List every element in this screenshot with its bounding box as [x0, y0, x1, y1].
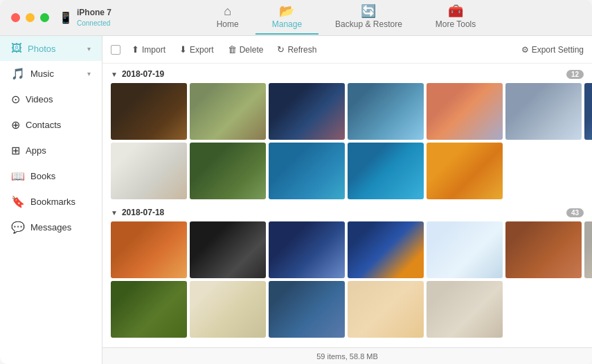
collapse-arrow-2[interactable]: ▼ — [111, 209, 118, 217]
photo-cell[interactable] — [111, 221, 187, 278]
photo-cell[interactable] — [505, 221, 582, 278]
delete-button[interactable]: 🗑 Delete — [222, 42, 269, 57]
main-layout: 🖼 Photos ▾ 🎵 Music ▾ ⊙ Videos ⊕ Contacts… — [0, 36, 592, 364]
photos-arrow: ▾ — [87, 45, 91, 53]
photo-cell[interactable] — [269, 143, 345, 199]
tools-icon: 🧰 — [448, 5, 463, 17]
status-text: 59 items, 58.8 MB — [316, 352, 378, 361]
export-button[interactable]: ⬇ Export — [174, 42, 219, 57]
select-all-checkbox[interactable] — [111, 45, 120, 55]
toolbar: ⬆ Import ⬇ Export 🗑 Delete ↻ Refresh ⚙ E… — [102, 36, 592, 64]
tab-backup-label: Backup & Restore — [335, 19, 402, 29]
photo-row-1-1 — [111, 83, 584, 140]
refresh-icon: ↻ — [277, 44, 285, 55]
device-icon: 📱 — [59, 11, 73, 24]
photos-icon: 🖼 — [11, 42, 22, 55]
date-badge-1: 12 — [566, 70, 584, 79]
sidebar-apps-label: Apps — [26, 145, 46, 156]
tab-tools-label: More Tools — [436, 19, 476, 29]
tab-home-label: Home — [217, 19, 239, 29]
photo-cell[interactable] — [111, 83, 187, 140]
photo-cell[interactable] — [348, 143, 424, 199]
import-label: Import — [142, 45, 165, 55]
tab-manage-label: Manage — [272, 19, 302, 29]
sidebar-item-music[interactable]: 🎵 Music ▾ — [0, 61, 102, 87]
sidebar-videos-label: Videos — [26, 94, 53, 104]
photo-cell[interactable] — [427, 281, 503, 338]
sidebar-contacts-label: Contacts — [26, 120, 61, 130]
export-setting-button[interactable]: ⚙ Export Setting — [521, 45, 584, 55]
export-icon: ⬇ — [179, 44, 187, 55]
photo-cell[interactable] — [427, 221, 503, 278]
sidebar-item-messages[interactable]: 💬 Messages — [0, 215, 102, 240]
photo-cell[interactable] — [584, 83, 592, 140]
tab-backup[interactable]: 🔄 Backup & Restore — [319, 1, 419, 35]
tab-manage[interactable]: 📂 Manage — [255, 1, 319, 35]
music-icon: 🎵 — [11, 67, 25, 80]
date-label-1: 2018-07-19 — [122, 69, 164, 79]
device-status: Connected — [77, 19, 111, 28]
photo-cell[interactable] — [111, 143, 187, 199]
photo-cell[interactable] — [190, 83, 266, 140]
date-header-1: ▼ 2018-07-19 12 — [111, 69, 584, 79]
tab-tools[interactable]: 🧰 More Tools — [419, 1, 492, 35]
sidebar-item-apps[interactable]: ⊞ Apps — [0, 138, 102, 163]
date-header-2: ▼ 2018-07-18 43 — [111, 208, 584, 217]
date-badge-2: 43 — [566, 208, 584, 217]
photo-area[interactable]: ▼ 2018-07-19 12 — [102, 64, 592, 347]
device-info: 📱 iPhone 7 Connected — [59, 8, 111, 28]
videos-icon: ⊙ — [11, 93, 20, 106]
photo-row-2-1 — [111, 221, 584, 278]
photo-cell[interactable] — [190, 143, 266, 199]
sidebar-photos-label: Photos — [28, 44, 55, 54]
content-area: ⬆ Import ⬇ Export 🗑 Delete ↻ Refresh ⚙ E… — [102, 36, 592, 364]
gear-icon: ⚙ — [521, 45, 529, 55]
sidebar-item-photos[interactable]: 🖼 Photos ▾ — [0, 36, 102, 61]
status-bar: 59 items, 58.8 MB — [102, 347, 592, 364]
photo-cell[interactable] — [269, 83, 345, 140]
manage-icon: 📂 — [279, 5, 294, 17]
refresh-label: Refresh — [287, 45, 316, 55]
sidebar-music-label: Music — [30, 69, 54, 79]
delete-label: Delete — [240, 45, 264, 55]
collapse-arrow-1[interactable]: ▼ — [111, 71, 118, 78]
tab-home[interactable]: ⌂ Home — [200, 1, 255, 35]
photo-cell[interactable] — [269, 221, 345, 278]
photo-cell[interactable] — [269, 281, 345, 338]
refresh-button[interactable]: ↻ Refresh — [271, 42, 322, 57]
photo-cell[interactable] — [505, 83, 582, 140]
export-setting-label: Export Setting — [532, 45, 584, 55]
backup-icon: 🔄 — [361, 5, 376, 17]
maximize-button[interactable] — [40, 13, 49, 22]
contacts-icon: ⊕ — [11, 118, 20, 131]
sidebar-item-bookmarks[interactable]: 🔖 Bookmarks — [0, 189, 102, 215]
music-arrow: ▾ — [87, 70, 91, 78]
photo-row-1-2 — [111, 143, 584, 199]
close-button[interactable] — [11, 13, 20, 22]
photo-cell[interactable] — [111, 281, 187, 338]
photo-cell[interactable] — [427, 143, 503, 199]
sidebar-item-contacts[interactable]: ⊕ Contacts — [0, 112, 102, 138]
sidebar-item-videos[interactable]: ⊙ Videos — [0, 87, 102, 112]
import-button[interactable]: ⬆ Import — [126, 42, 171, 57]
nav-tabs: ⌂ Home 📂 Manage 🔄 Backup & Restore 🧰 Mor… — [111, 1, 581, 35]
photo-cell[interactable] — [190, 281, 266, 338]
photo-row-2-2 — [111, 281, 584, 338]
date-section-1: ▼ 2018-07-19 12 — [111, 69, 584, 199]
photo-cell[interactable] — [584, 221, 592, 278]
date-label-2: 2018-07-18 — [122, 208, 164, 217]
photo-cell[interactable] — [348, 83, 424, 140]
bookmarks-icon: 🔖 — [11, 195, 25, 208]
date-section-2: ▼ 2018-07-18 43 — [111, 208, 584, 338]
photo-cell[interactable] — [348, 281, 424, 338]
photo-cell[interactable] — [427, 83, 503, 140]
photo-cell[interactable] — [348, 221, 424, 278]
device-name: iPhone 7 — [77, 8, 111, 19]
photo-cell[interactable] — [190, 221, 266, 278]
import-icon: ⬆ — [132, 44, 139, 55]
minimize-button[interactable] — [26, 13, 35, 22]
sidebar-item-books[interactable]: 📖 Books — [0, 163, 102, 189]
messages-icon: 💬 — [11, 221, 25, 234]
delete-icon: 🗑 — [228, 44, 237, 55]
home-icon: ⌂ — [224, 5, 231, 17]
